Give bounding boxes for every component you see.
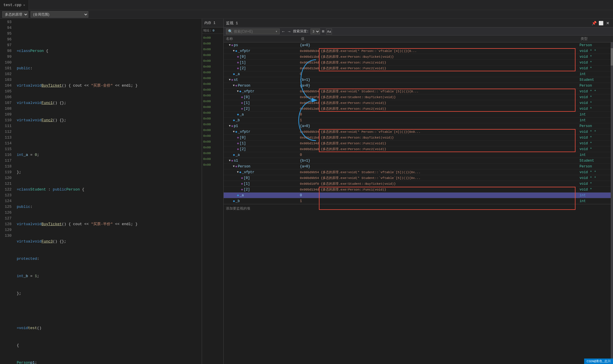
icon-cube-ps: ◈ [231, 43, 233, 47]
watch-name-st-person: ▼ ◈ Person [224, 83, 299, 88]
watch-value-s1-a: 0 [299, 193, 578, 197]
watch-value-st-vfptr: 0x00bd9b54 {多态的原理.exe!void(* Student::`v… [299, 89, 578, 94]
tree-expand-s1-vfptr[interactable]: ▼ [237, 171, 239, 174]
watch-type-p1-2: void * [578, 147, 613, 151]
watch-name-st-b: ◆ _b [224, 118, 299, 122]
watch-type-p1-vfptr: void * * [578, 130, 613, 134]
memory-row: 0x00 [203, 75, 222, 81]
watch-value-st-1: 0x00bd134d {多态的原理.exe!Person::Func1(void… [299, 101, 578, 105]
search-input[interactable] [234, 29, 274, 33]
watch-row-s1-person[interactable]: ▼ ◈ Person {a=0} Person [224, 164, 613, 169]
watch-row-s1-1[interactable]: ◈ [1] 0x00bd10f0 {多态的原理.exe!Student::Buy… [224, 181, 613, 187]
tree-expand-st-person[interactable]: ▼ [233, 84, 235, 87]
watch-value-s1-1: 0x00bd10f0 {多态的原理.exe!Student::BuyTicket… [299, 182, 578, 186]
watch-value-p1-2: 0x00bd12a8 {多态的原理.exe!Person::Func2(void… [299, 147, 578, 151]
tree-expand-st-vfptr[interactable]: ▼ [237, 90, 239, 93]
watch-panel-header: 监视 1 📌 ⬜ ✕ [224, 19, 613, 27]
code-line: public: [17, 66, 202, 71]
scrollbar-thumb[interactable] [611, 48, 613, 66]
ps-2-name: [2] [240, 66, 246, 70]
watch-row-st-vfptr[interactable]: ▼ ◆ _vfptr 0x00bd9b54 {多态的原理.exe!void(* … [224, 89, 613, 94]
watch-type-ps-a: int [578, 72, 613, 76]
icon-cube-s1-person: ◈ [235, 164, 237, 169]
tree-expand-s1-person[interactable]: ▼ [233, 165, 235, 168]
watch-value-st-b: 1 [299, 118, 578, 122]
watch-row-st-b[interactable]: ◆ _b 1 int [224, 117, 613, 123]
watch-pin-button[interactable]: 📌 [591, 20, 597, 26]
depth-select[interactable]: 3 1 2 5 [311, 29, 320, 34]
watch-type-s1-vfptr: void * * [578, 170, 613, 174]
watch-row-st-a[interactable]: ◆ _a 0 int [224, 112, 613, 117]
tree-expand-s1[interactable]: ▼ [229, 159, 231, 162]
st-1-name: [1] [244, 101, 250, 105]
watch-row-s1-vfptr[interactable]: ▼ ◆ _vfptr 0x00bd9b54 {多态的原理.exe!void(* … [224, 169, 613, 175]
tab-close-icon[interactable]: ✕ [23, 3, 25, 7]
st-0-name: [0] [244, 95, 250, 99]
tree-expand-ps-vfptr[interactable]: ▼ [233, 49, 235, 53]
tree-expand-p1-vfptr[interactable]: ▼ [233, 130, 235, 133]
watch-row-p1-1[interactable]: ◈ [1] 0x00bd134d {多态的原理.exe!Person::Func… [224, 141, 613, 146]
watch-row-ps-2[interactable]: ◈ [2] 0x00bd12a8 {多态的原理.exe!Person::Func… [224, 66, 613, 71]
watch-row-st-1[interactable]: ◈ [1] 0x00bd134d {多态的原理.exe!Person::Func… [224, 100, 613, 106]
watch-expand-button[interactable]: ⬜ [598, 20, 604, 26]
watch-row-s1[interactable]: ▼ ◈ s1 {b=1} Student [224, 158, 613, 164]
watch-row-s1-2[interactable]: ◈ [2] 0x00bd134d {多态的原理.exe!Person::Func… [224, 187, 613, 193]
watch-row-st-0[interactable]: ◈ [0] 0x00bd10f0 {多态的原理.exe!Student::Buy… [224, 94, 613, 100]
watch-close-button[interactable]: ✕ [605, 20, 611, 26]
watch-row-ps-0[interactable]: ◈ [0] 0x00bd11bd {多态的原理.exe!Person::BuyT… [224, 54, 613, 60]
watch-row-ps-a[interactable]: ◆ _a 0 int [224, 71, 613, 77]
tab-test-cpp[interactable]: test.cpp ✕ [0, 0, 29, 10]
st-2-name: [2] [244, 107, 250, 111]
tree-expand-p1[interactable]: ▼ [229, 124, 231, 128]
s1-vfptr-name: _vfptr [242, 170, 254, 174]
watch-value-ps-1: 0x00bd134d {多态的原理.exe!Person::Func1(void… [299, 60, 578, 65]
watch-row-s1-a[interactable]: ◆ _a 0 int [224, 193, 613, 198]
search-dropdown-icon[interactable]: ▾ [275, 29, 278, 34]
nav-forward-button[interactable]: → [287, 29, 291, 34]
col-type-header: 类型 [578, 36, 613, 41]
watch-name-p1-vfptr: ▼ ◆ _vfptr [224, 130, 299, 134]
watch-name-s1-0: ◈ [0] [224, 176, 299, 180]
watch-type-st-person: Person [578, 84, 613, 88]
watch-row-s1-b[interactable]: ◆ _b 1 int [224, 198, 613, 204]
watch-type-st-b: int [578, 118, 613, 122]
watch-row-p1[interactable]: ▼ ◈ p1 {a=0} Person [224, 123, 613, 129]
scope-dropdown[interactable]: (全局范围) [31, 11, 88, 18]
watch-type-s1: Student [578, 159, 613, 163]
watch-value-s1-0: 0x00bd9b54 {多态的原理.exe!void(* Student::`v… [299, 176, 578, 180]
watch-value-ps: {a=0} [299, 43, 578, 47]
watch-row-p1-2[interactable]: ◈ [2] 0x00bd12a8 {多态的原理.exe!Person::Func… [224, 146, 613, 152]
watch-value-s1-2: 0x00bd134d {多态的原理.exe!Person::Func1(void… [299, 187, 578, 192]
watch-name-st-1: ◈ [1] [224, 101, 299, 105]
watch-row-st-person[interactable]: ▼ ◈ Person {a=0} Person [224, 83, 613, 89]
watch-row-ps-vfptr[interactable]: ▼ ◆ _vfptr 0x00bd9b34 {多态的原理.exe!void(* … [224, 48, 613, 54]
watch-row-p1-a[interactable]: ◆ _a 0 int [224, 152, 613, 158]
add-watch-row[interactable]: 添加要监视的项 [224, 204, 613, 213]
watch-row-ps[interactable]: ▼ ◈ ps {a=0} Person [224, 42, 613, 48]
watch-row-ps-1[interactable]: ◈ [1] 0x00bd134d {多态的原理.exe!Person::Func… [224, 60, 613, 66]
icon-cube-p1-1: ◈ [237, 141, 239, 145]
watch-scrollbar[interactable] [611, 42, 613, 364]
case-sensitive-icon[interactable]: Aa [326, 29, 332, 34]
class-dropdown[interactable]: 多态的原理 [2, 11, 28, 18]
watch-type-st-2: void * [578, 107, 613, 111]
code-line [17, 135, 202, 141]
nav-back-button[interactable]: ← [281, 29, 285, 34]
watch-row-st-2[interactable]: ◈ [2] 0x00bd12a8 {多态的原理.exe!Person::Func… [224, 106, 613, 112]
watch-row-st[interactable]: ▼ ◈ st {b=1} Student [224, 77, 613, 83]
watch-value-st-2: 0x00bd12a8 {多态的原理.exe!Person::Func2(void… [299, 107, 578, 111]
tree-expand-ps[interactable]: ▼ [229, 44, 231, 47]
code-line: }; [17, 291, 202, 296]
watch-row-s1-0[interactable]: ◈ [0] 0x00bd9b54 {多态的原理.exe!void(* Stude… [224, 175, 613, 181]
depth-adjust-icon[interactable]: ⊞ [322, 29, 324, 33]
watch-name-ps: ▼ ◈ ps [224, 43, 299, 47]
code-line: =void test() [17, 325, 202, 331]
status-attribution: CSDN@青色_志川 [586, 360, 611, 363]
code-line: Person p1; [17, 360, 202, 364]
watch-row-p1-0[interactable]: ◈ [0] 0x00bd11bd {多态的原理.exe!Person::BuyT… [224, 135, 613, 141]
st-name: st [234, 78, 238, 82]
code-line: int _b = 1; [17, 273, 202, 279]
tree-expand-st[interactable]: ▼ [229, 78, 231, 81]
watch-row-p1-vfptr[interactable]: ▼ ◆ _vfptr 0x00bd9b34 {多态的原理.exe!void(* … [224, 129, 613, 135]
watch-name-st-0: ◈ [0] [224, 95, 299, 99]
